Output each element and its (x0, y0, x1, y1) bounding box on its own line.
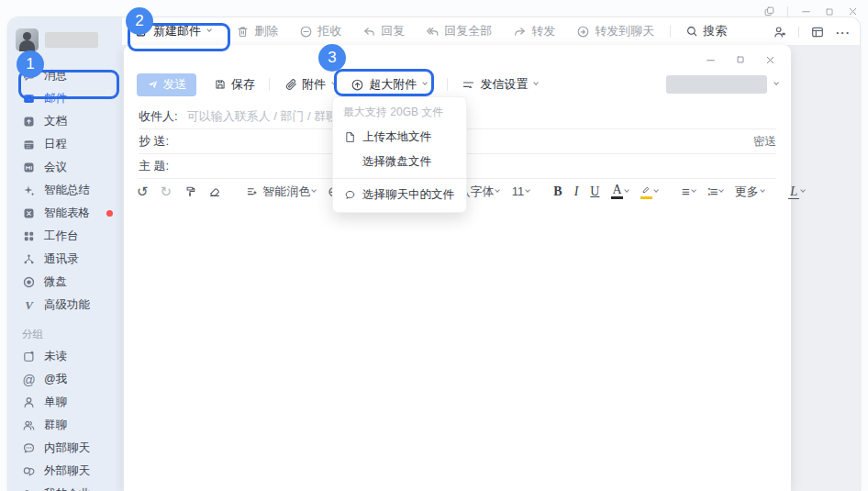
menu-item-choose-drive[interactable]: 选择微盘文件 (333, 150, 466, 174)
minimize-icon[interactable] (705, 54, 717, 66)
list-button[interactable]: ∶≡ (707, 184, 723, 198)
sidebar-item-direct-chat[interactable]: 单聊 (8, 391, 122, 414)
menu-item-label: 选择微盘文件 (362, 154, 431, 170)
chevron-down-icon (773, 81, 779, 86)
maximize-icon[interactable] (824, 6, 835, 17)
align-button[interactable]: ≡ (682, 184, 696, 198)
people-icon (22, 418, 36, 432)
sidebar-item-external-chat[interactable]: 外部聊天 (8, 460, 122, 483)
save-label: 保存 (231, 76, 255, 93)
underline-button[interactable]: U (590, 184, 599, 199)
send-button[interactable]: 发送 (137, 73, 196, 96)
send-settings-button[interactable]: 发信设置 (462, 76, 538, 93)
signature-icon: L (788, 184, 799, 200)
sidebar-item-meeting[interactable]: 会议 (8, 156, 122, 179)
reply-all-label: 回复全部 (444, 23, 492, 39)
search-button[interactable]: 搜索 (684, 23, 727, 39)
reply-button[interactable]: 回复 (362, 23, 405, 39)
sidebar-item-group-chat[interactable]: 群聊 (8, 414, 122, 437)
menu-item-choose-chat[interactable]: 选择聊天中的文件 (333, 183, 466, 207)
search-icon (684, 25, 698, 39)
maximize-icon[interactable] (735, 54, 746, 65)
contact-card-icon[interactable] (773, 25, 787, 39)
sidebar-item-label: 未读 (44, 349, 67, 364)
align-icon: ≡ (682, 184, 690, 198)
sidebar-item-workbench[interactable]: 工作台 (8, 225, 122, 248)
more-formats-button[interactable]: 更多 (735, 184, 764, 200)
sidebar-item-docs[interactable]: 文档 (8, 110, 122, 133)
sidebar-item-mentions[interactable]: @@我 (8, 368, 122, 391)
close-icon[interactable] (847, 6, 859, 17)
sidebar-item-label: 内部聊天 (44, 441, 90, 456)
meeting-icon (22, 161, 36, 174)
divider (447, 78, 448, 91)
mega-attachment-button[interactable]: 超大附件 (351, 76, 427, 93)
delete-button[interactable]: 删除 (236, 23, 278, 39)
reply-icon (362, 25, 376, 39)
sidebar-item-label: 群聊 (44, 418, 67, 433)
signature-button[interactable]: L (788, 184, 806, 200)
avatar[interactable] (16, 28, 39, 51)
sliders-icon (462, 78, 475, 92)
redo-button[interactable]: ↻ (161, 184, 172, 198)
block-icon (299, 25, 313, 39)
sidebar-item-calendar[interactable]: 日程 (8, 133, 122, 156)
ai-polish-button[interactable]: 智能润色 (245, 184, 316, 200)
close-icon[interactable] (764, 54, 776, 66)
reply-label: 回复 (381, 23, 405, 39)
sidebar-item-unread[interactable]: 未读 (8, 345, 122, 368)
menu-item-label: 上传本地文件 (362, 129, 431, 145)
polish-label: 智能润色 (262, 184, 310, 200)
sidebar-item-label: 消息 (44, 68, 67, 84)
menu-separator (333, 178, 466, 179)
forward-button[interactable]: 转发 (513, 23, 555, 39)
person-icon (22, 396, 36, 409)
step-badge-1: 1 (17, 50, 44, 78)
more-options-icon[interactable]: ··· (836, 26, 851, 39)
italic-button[interactable]: I (574, 184, 579, 199)
menu-item-upload-local[interactable]: 上传本地文件 (333, 125, 466, 150)
font-color-button[interactable]: A (611, 184, 628, 199)
bold-button[interactable]: B (553, 184, 562, 199)
to-placeholder: 可以输入联系人 / 部门 / 群聊 (187, 108, 339, 125)
highlight-button[interactable] (640, 184, 658, 199)
list-icon: ∶≡ (707, 184, 718, 198)
chevron-down-icon (206, 28, 212, 33)
reply-all-button[interactable]: 回复全部 (426, 23, 492, 39)
save-icon (213, 78, 227, 92)
attachment-label: 附件 (302, 76, 326, 93)
sender-account-select[interactable] (666, 75, 778, 94)
sidebar-item-smart-table[interactable]: 智能表格 (8, 202, 122, 225)
chevron-down-icon (800, 187, 806, 193)
sidebar-item-drive[interactable]: 微盘 (8, 271, 122, 294)
attachment-button[interactable]: 附件 (284, 76, 336, 93)
undo-button[interactable]: ↺ (137, 184, 149, 198)
message-body-editor[interactable] (124, 204, 791, 491)
chevron-down-icon (653, 187, 659, 193)
sidebar-item-my-company[interactable]: 我的企业 (8, 483, 122, 491)
format-painter-button[interactable] (184, 185, 196, 198)
forward-icon (513, 25, 527, 39)
sidebar-item-label: 微盘 (44, 274, 67, 290)
sidebar-item-label: 高级功能 (44, 297, 90, 313)
chevron-down-icon (718, 187, 724, 193)
reject-button[interactable]: 拒收 (299, 23, 341, 39)
save-button[interactable]: 保存 (213, 76, 255, 93)
profile[interactable] (8, 27, 122, 52)
sidebar-item-ai-summary[interactable]: 智能总结 (8, 179, 122, 202)
divider (670, 26, 671, 38)
sidebar-item-contacts[interactable]: 通讯录 (8, 248, 122, 271)
sidebar-item-internal-chat[interactable]: 内部聊天 (8, 437, 122, 460)
step-badge-3: 3 (318, 44, 346, 72)
table-icon (22, 206, 36, 220)
sidebar-item-advanced[interactable]: V高级功能 (8, 294, 122, 317)
clear-format-button[interactable] (208, 185, 221, 198)
bcc-toggle[interactable]: 密送 (753, 134, 776, 150)
sidebar-item-mail[interactable]: 邮件 (8, 87, 122, 110)
minimize-icon[interactable] (800, 6, 812, 17)
pop-out-window-icon[interactable] (763, 6, 775, 17)
font-size-select[interactable]: 11 (512, 184, 530, 198)
layout-panel-icon[interactable] (810, 25, 825, 39)
group-label: 分组 (22, 328, 122, 341)
forward-to-chat-button[interactable]: 转发到聊天 (576, 23, 654, 39)
